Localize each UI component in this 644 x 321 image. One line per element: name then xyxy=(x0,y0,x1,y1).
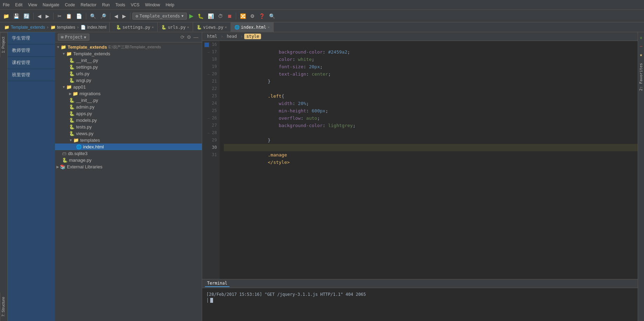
menu-item-view[interactable]: View xyxy=(25,2,40,8)
ln-29: 29 xyxy=(202,137,217,144)
menu-item-vcs[interactable]: VCS xyxy=(128,2,142,8)
separator-3 xyxy=(86,13,86,20)
tree-folder-label: Template_extends xyxy=(73,51,110,56)
tab-index[interactable]: 🌐 index.html ✕ xyxy=(231,22,274,32)
bc-style[interactable]: style xyxy=(244,34,261,39)
project-title: Project xyxy=(65,35,83,40)
remove-favorites-button[interactable]: − xyxy=(639,43,642,49)
coverage-button[interactable]: 📊 xyxy=(206,12,215,20)
close-settings-tab[interactable]: ✕ xyxy=(152,25,154,29)
cut-button[interactable]: ✂ xyxy=(56,12,63,20)
tree-wsgi[interactable]: 🐍 wsgi.py xyxy=(55,77,202,84)
tab-settings[interactable]: 🐍 settings.py ✕ xyxy=(112,22,158,32)
bc-html[interactable]: html xyxy=(205,34,219,39)
ln-20: — 20 xyxy=(202,70,217,78)
tree-admin[interactable]: 🐍 admin.py xyxy=(55,104,202,110)
menu-item-window[interactable]: Window xyxy=(142,2,163,8)
project-dropdown[interactable]: ⊞ Project ▼ xyxy=(58,34,89,41)
terminal-tab[interactable]: Terminal xyxy=(205,280,229,287)
redo-button[interactable]: ▶ xyxy=(121,12,128,20)
add-favorites-button[interactable]: + xyxy=(639,35,642,41)
menu-item-edit[interactable]: Edit xyxy=(12,2,25,8)
ln-22: 22 xyxy=(202,85,217,92)
run-button[interactable]: ▶ xyxy=(187,12,195,20)
run-config-dropdown[interactable]: ⚙ Template_extends ▼ xyxy=(132,13,187,20)
find-button[interactable]: 🔍 xyxy=(88,12,98,20)
menu-student[interactable]: 学生管理 xyxy=(8,32,55,44)
editor-area: html › head › style 16 — 17 18 xyxy=(202,32,638,321)
save-button[interactable]: 💾 xyxy=(12,12,21,20)
code-line-22: .left{ xyxy=(224,85,638,92)
tree-migrations[interactable]: ▶ 📁 migrations xyxy=(55,90,202,97)
breadcrumb-templates[interactable]: templates xyxy=(57,25,75,30)
menu-item-file[interactable]: File xyxy=(0,2,12,8)
tree-template-extends-folder[interactable]: ▼ 📁 Template_extends xyxy=(55,50,202,57)
ln-23: 23 xyxy=(202,92,217,100)
code-content[interactable]: background-color: #2459a2; color: white;… xyxy=(220,41,638,279)
favorites-label[interactable]: 2: Favorites xyxy=(638,60,644,93)
tree-app01[interactable]: ▼ 📁 app01 xyxy=(55,84,202,90)
menu-teacher[interactable]: 教师管理 xyxy=(8,44,55,57)
close-urls-tab[interactable]: ✕ xyxy=(187,25,189,29)
panel-icon-1[interactable]: ⟳ xyxy=(180,34,185,41)
tree-tests[interactable]: 🐍 tests.py xyxy=(55,124,202,130)
close-views-tab[interactable]: ✕ xyxy=(225,25,227,29)
bc-head[interactable]: head xyxy=(225,34,239,39)
editor-breadcrumb: html › head › style xyxy=(202,32,638,41)
menu-bar: File Edit View Navigate Code Refactor Ru… xyxy=(0,0,644,10)
project-panel: ⊞ Project ▼ ⟳ ⚙ — ▼ 📁 Template_extends E… xyxy=(55,32,202,321)
tree-app-init[interactable]: 🐍 __init__.py xyxy=(55,97,202,104)
ln-27: 27 xyxy=(202,122,217,129)
tree-db[interactable]: 🗃 db.sqlite3 xyxy=(55,150,202,157)
code-line-28: } xyxy=(224,129,638,137)
tree-manage[interactable]: 🐍 manage.py xyxy=(55,157,202,163)
debug-button[interactable]: 🐛 xyxy=(196,12,205,20)
menu-item-run[interactable]: Run xyxy=(99,2,112,8)
menu-item-help[interactable]: Help xyxy=(163,2,177,8)
menu-item-navigate[interactable]: Navigate xyxy=(40,2,62,8)
open-button[interactable]: 📁 xyxy=(1,12,11,20)
project-sidebar-label[interactable]: 1: Project xyxy=(0,32,7,57)
tree-templates-folder[interactable]: ▼ 📁 templates xyxy=(55,137,202,144)
paste-button[interactable]: 📄 xyxy=(74,12,84,20)
stop-button[interactable]: ⏹ xyxy=(225,12,234,20)
forward-button[interactable]: ▶ xyxy=(44,12,51,20)
close-index-tab[interactable]: ✕ xyxy=(268,25,270,29)
profile-button[interactable]: ⏱ xyxy=(216,12,225,20)
help-btn[interactable]: ❓ xyxy=(257,12,267,20)
tree-urls[interactable]: 🐍 urls.py xyxy=(55,70,202,77)
tab-views[interactable]: 🐍 views.py ✕ xyxy=(193,22,231,32)
undo-button[interactable]: ◀ xyxy=(112,12,120,20)
menu-item-code[interactable]: Code xyxy=(62,2,78,8)
tree-root[interactable]: ▼ 📁 Template_extends E:\脱产三期\Template_ex… xyxy=(55,44,202,50)
settings-button[interactable]: ⚙ xyxy=(248,12,256,20)
menu-item-refactor[interactable]: Refactor xyxy=(78,2,99,8)
copy-button[interactable]: 📋 xyxy=(64,12,74,20)
structure-sidebar-label[interactable]: 7: Structure xyxy=(0,293,7,321)
vcs-button[interactable]: 🔀 xyxy=(238,12,248,20)
menu-item-tools[interactable]: Tools xyxy=(112,2,128,8)
replace-button[interactable]: 🔎 xyxy=(98,12,108,20)
breadcrumb-file[interactable]: index.html xyxy=(87,25,107,30)
panel-icon-3[interactable]: — xyxy=(193,34,199,41)
tree-views[interactable]: 🐍 views.py xyxy=(55,130,202,137)
menu-class[interactable]: 班里管理 xyxy=(8,69,55,81)
menu-course[interactable]: 课程管理 xyxy=(8,57,55,69)
left-menu: 学生管理 教师管理 课程管理 班里管理 xyxy=(8,32,55,321)
tree-settings[interactable]: 🐍 settings.py xyxy=(55,64,202,70)
search-everywhere-button[interactable]: 🔍 xyxy=(267,12,277,20)
tab-urls[interactable]: 🐍 urls.py ✕ xyxy=(158,22,193,32)
panel-icon-2[interactable]: ⚙ xyxy=(186,34,192,41)
breadcrumb-project[interactable]: Template_extends xyxy=(11,25,45,30)
tree-index-html[interactable]: 🌐 index.html xyxy=(55,144,202,150)
tree-external-libs[interactable]: ▶ 📚 External Libraries xyxy=(55,163,202,170)
sync-button[interactable]: 🔄 xyxy=(22,12,31,20)
tree-models[interactable]: 🐍 models.py xyxy=(55,117,202,124)
line-numbers: 16 — 17 18 19 — 20 21 22 23 24 xyxy=(202,41,220,279)
tree-init[interactable]: 🐍 __init__.py xyxy=(55,57,202,64)
tree-apps[interactable]: 🐍 apps.py xyxy=(55,110,202,117)
code-editor[interactable]: 16 — 17 18 19 — 20 21 22 23 24 xyxy=(202,41,638,279)
back-button[interactable]: ◀ xyxy=(36,12,43,20)
terminal-content[interactable]: [28/Feb/2017 15:53:16] "GET /jquery-3.1.… xyxy=(202,288,638,321)
ln-19: 19 xyxy=(202,63,217,70)
